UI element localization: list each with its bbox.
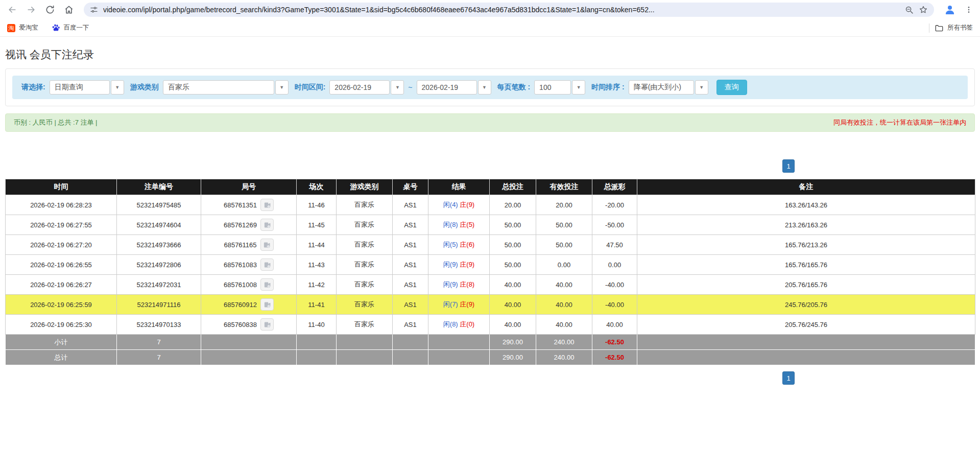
empty-cell — [297, 350, 337, 365]
player-result: 闲(4) — [443, 201, 458, 208]
empty-cell — [201, 335, 297, 350]
subtotal-row-payout: -62.50 — [592, 335, 637, 350]
bookmark-aitaobao[interactable]: 淘 爱淘宝 — [7, 24, 38, 32]
page-size-combobox[interactable]: 100 ▼ — [534, 80, 585, 95]
empty-cell — [428, 335, 490, 350]
result-cell: 闲(7) 庄(9) — [428, 295, 490, 315]
reload-icon[interactable] — [45, 5, 55, 15]
bookmark-star-icon[interactable] — [919, 5, 928, 14]
video-replay-button[interactable] — [260, 239, 274, 251]
round-number: 685761269 — [224, 221, 257, 229]
round-number: 685761008 — [224, 281, 257, 289]
remark-cell: 245.76/205.76 — [637, 295, 975, 315]
bet-number-cell: 523214972031 — [117, 275, 201, 295]
total-row: 总计7290.00240.00-62.50 — [6, 350, 975, 365]
film-video-icon — [264, 321, 271, 328]
query-type-value[interactable]: 日期查询 — [50, 80, 110, 95]
all-bookmarks-button[interactable]: 所有书签 — [935, 24, 973, 33]
remark-cell: 163.26/143.26 — [637, 195, 975, 215]
result-cell: 闲(8) 庄(5) — [428, 215, 490, 235]
page-size-value[interactable]: 100 — [534, 80, 571, 95]
query-type-combobox[interactable]: 日期查询 ▼ — [50, 80, 124, 95]
chevron-down-icon[interactable]: ▼ — [572, 80, 585, 95]
banker-result: 庄(9) — [460, 261, 474, 268]
page-1-button[interactable]: 1 — [782, 371, 795, 385]
valid-bet-cell: 20.00 — [536, 195, 592, 215]
date-from-value[interactable]: 2026-02-19 — [329, 80, 390, 95]
table-row: 2026-02-19 06:25:59523214971116685760912… — [6, 295, 975, 315]
chevron-down-icon[interactable]: ▼ — [391, 80, 404, 95]
valid-bet-cell: 50.00 — [536, 215, 592, 235]
result-cell: 闲(5) 庄(6) — [428, 235, 490, 255]
empty-cell — [337, 350, 393, 365]
page-1-button[interactable]: 1 — [782, 159, 795, 173]
bookmark-label: 百度一下 — [64, 24, 89, 32]
date-to-combobox[interactable]: 2026-02-19 ▼ — [417, 80, 491, 95]
url-text[interactable]: videoie.com/ipl/portal.php/game/betrecor… — [103, 6, 900, 14]
video-replay-button[interactable] — [260, 258, 274, 271]
all-bookmarks-label: 所有书签 — [947, 24, 973, 32]
zoom-out-icon[interactable] — [905, 6, 914, 14]
payout-cell: 40.00 — [592, 315, 637, 335]
total-bet-cell: 20.00 — [490, 195, 536, 215]
column-header: 时间 — [6, 179, 117, 195]
site-settings-tune-icon[interactable] — [90, 6, 98, 14]
profile-avatar-icon[interactable] — [944, 4, 956, 16]
game-type-cell: 百家乐 — [337, 315, 393, 335]
menu-kebab-icon[interactable] — [965, 6, 973, 14]
chevron-down-icon[interactable]: ▼ — [275, 80, 289, 95]
game-type-cell: 百家乐 — [337, 275, 393, 295]
total-row-label: 总计 — [6, 350, 117, 365]
address-bar[interactable]: videoie.com/ipl/portal.php/game/betrecor… — [84, 3, 934, 17]
table-row: 2026-02-19 06:26:27523214972031685761008… — [6, 275, 975, 295]
total-row-valid-bet: 240.00 — [536, 350, 592, 365]
bet-record-page: 视讯 会员下注纪录 请选择: 日期查询 ▼ 游戏类别 百家乐 ▼ 时间区间: 2… — [0, 48, 980, 385]
valid-bet-cell: 40.00 — [536, 275, 592, 295]
time-cell: 2026-02-19 06:27:55 — [6, 215, 117, 235]
video-replay-button[interactable] — [260, 298, 274, 311]
browser-toolbar: videoie.com/ipl/portal.php/game/betrecor… — [0, 0, 980, 19]
column-header: 总投注 — [490, 179, 536, 195]
tilde-separator: ~ — [408, 83, 412, 91]
search-button[interactable]: 查询 — [716, 80, 747, 95]
back-icon[interactable] — [7, 5, 17, 15]
forward-icon[interactable] — [26, 5, 36, 15]
video-replay-button[interactable] — [260, 318, 274, 331]
player-result: 闲(8) — [443, 320, 458, 328]
bookmarks-bar: 淘 爱淘宝 百度一下 所有书签 — [0, 19, 980, 37]
video-replay-button[interactable] — [260, 278, 274, 291]
session-cell: 11-44 — [297, 235, 337, 255]
table-header-row: 时间注单编号局号场次游戏类别桌号结果总投注有效投注总派彩备注 — [6, 179, 975, 195]
game-type-cell: 百家乐 — [337, 255, 393, 275]
chevron-down-icon[interactable]: ▼ — [111, 80, 124, 95]
page-size-label: 每页笔数 : — [497, 83, 531, 92]
valid-bet-cell: 50.00 — [536, 235, 592, 255]
chevron-down-icon[interactable]: ▼ — [478, 80, 491, 95]
game-type-value[interactable]: 百家乐 — [163, 80, 274, 95]
video-replay-button[interactable] — [260, 219, 274, 231]
player-result: 闲(9) — [443, 280, 458, 288]
pagination-bottom: 1 — [5, 371, 795, 385]
bet-number-cell: 523214974604 — [117, 215, 201, 235]
date-to-value[interactable]: 2026-02-19 — [417, 80, 477, 95]
column-header: 场次 — [297, 179, 337, 195]
film-video-icon — [264, 301, 271, 309]
date-from-combobox[interactable]: 2026-02-19 ▼ — [329, 80, 404, 95]
game-type-combobox[interactable]: 百家乐 ▼ — [163, 80, 289, 95]
payout-cell: -40.00 — [592, 275, 637, 295]
column-header: 局号 — [201, 179, 297, 195]
empty-cell — [637, 335, 975, 350]
round-number-cell: 685761008 — [201, 275, 297, 295]
video-replay-button[interactable] — [260, 199, 274, 211]
chevron-down-icon[interactable]: ▼ — [695, 80, 708, 95]
time-sort-combobox[interactable]: 降幂(由大到小) ▼ — [629, 80, 708, 95]
bookmark-baidu[interactable]: 百度一下 — [52, 24, 89, 32]
payout-cell: -40.00 — [592, 295, 637, 315]
bet-number-cell: 523214975485 — [117, 195, 201, 215]
home-icon[interactable] — [64, 5, 74, 15]
payout-cell: -20.00 — [592, 195, 637, 215]
banker-result: 庄(9) — [460, 300, 474, 308]
round-number-cell: 685761083 — [201, 255, 297, 275]
empty-cell — [393, 335, 428, 350]
time-sort-value[interactable]: 降幂(由大到小) — [629, 80, 694, 95]
